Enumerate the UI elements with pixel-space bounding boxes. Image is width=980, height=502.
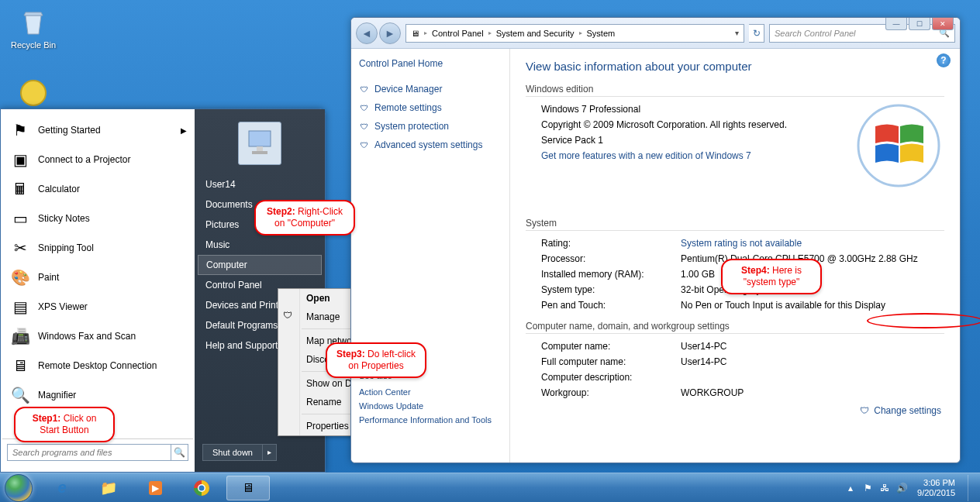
address-bar[interactable]: 🖥▸ Control Panel▸ System and Security▸ S… — [405, 24, 744, 43]
edition-name: Windows 7 Professional — [541, 104, 640, 115]
side-link[interactable]: 🛡Advanced system settings — [359, 136, 502, 154]
show-desktop-button[interactable] — [968, 475, 975, 501]
address-dropdown-icon[interactable]: ▾ — [730, 29, 744, 37]
features-link[interactable]: Get more features with a new edition of … — [541, 150, 751, 161]
recycle-bin[interactable]: Recycle Bin — [6, 6, 60, 50]
tray-clock[interactable]: 3:06 PM 9/20/2015 — [917, 478, 955, 497]
sidebar-home-link[interactable]: Control Panel Home — [359, 58, 502, 69]
media-icon: ▶ — [149, 481, 162, 495]
start-place-user14[interactable]: User14 — [195, 174, 325, 194]
see-also-link[interactable]: Performance Information and Tools — [359, 413, 502, 427]
task-media[interactable]: ▶ — [133, 476, 177, 500]
program-icon: 🖥 — [9, 354, 32, 377]
start-item[interactable]: 📠Windows Fax and Scan — [2, 321, 193, 351]
start-item[interactable]: ▤XPS Viewer — [2, 292, 193, 321]
ie-icon: e — [57, 479, 66, 497]
norton-icon[interactable] — [6, 77, 60, 112]
property-value: 1.00 GB — [681, 269, 715, 280]
sidebar: Control Panel Home 🛡Device Manager🛡Remot… — [351, 49, 510, 462]
task-chrome[interactable] — [180, 476, 223, 500]
edition-copyright: Copyright © 2009 Microsoft Corporation. … — [541, 119, 787, 130]
start-item[interactable]: ⚑Getting Started▶ — [2, 115, 193, 145]
svg-rect-1 — [249, 131, 271, 146]
program-icon: 🎨 — [9, 266, 32, 289]
start-search-input[interactable] — [7, 444, 171, 461]
shutdown-menu-button[interactable]: ▸ — [263, 444, 277, 461]
side-link-label: Remote settings — [374, 102, 442, 113]
tray-time: 3:06 PM — [917, 478, 955, 487]
start-item-label: Calculator — [38, 184, 80, 194]
breadcrumb-icon: 🖥 — [406, 29, 424, 38]
start-item-label: Windows Fax and Scan — [38, 331, 136, 342]
cpl-icon: 🖥 — [242, 481, 254, 495]
breadcrumb-item[interactable]: System — [582, 29, 620, 38]
callout-step4: Step4: Here is "system type" — [721, 259, 822, 294]
shield-icon: 🛡 — [359, 139, 370, 150]
system-window: — ☐ ✕ ◄ ► 🖥▸ Control Panel▸ System and S… — [350, 17, 961, 463]
program-icon: ✂ — [9, 236, 32, 260]
property-label: Workgroup: — [541, 387, 681, 398]
search-placeholder: Search Control Panel — [775, 29, 856, 38]
see-also-link[interactable]: Action Center — [359, 385, 502, 399]
task-explorer[interactable]: 📁 — [87, 476, 130, 500]
property-row: Workgroup:WORKGROUP — [526, 385, 944, 401]
minimize-button[interactable]: — — [885, 18, 907, 30]
maximize-button[interactable]: ☐ — [909, 18, 930, 30]
tray-up-icon[interactable]: ▴ — [844, 482, 857, 494]
systype-highlight — [867, 313, 980, 328]
property-label: Pen and Touch: — [541, 300, 681, 311]
system-tray: ▴ ⚑ 🖧 🔊 3:06 PM 9/20/2015 — [844, 475, 975, 501]
tray-flag-icon[interactable]: ⚑ — [861, 482, 874, 494]
side-link[interactable]: 🛡System protection — [359, 117, 502, 136]
start-item-label: XPS Viewer — [38, 301, 88, 312]
start-item-label: Snipping Tool — [38, 242, 94, 253]
start-item[interactable]: ▭Sticky Notes — [2, 204, 193, 233]
user-avatar[interactable] — [238, 122, 281, 165]
start-item[interactable]: 🎨Paint — [2, 263, 193, 292]
shutdown-group: Shut down ▸ — [202, 444, 317, 461]
callout-step1: Step1: Click on Start Button — [14, 407, 115, 442]
refresh-button[interactable]: ↻ — [749, 24, 764, 43]
side-link-label: System protection — [374, 121, 449, 132]
side-link[interactable]: 🛡Remote settings — [359, 98, 502, 117]
nav-forward-button[interactable]: ► — [379, 22, 401, 44]
breadcrumb-item[interactable]: Control Panel — [427, 29, 488, 38]
program-icon: 🖩 — [9, 177, 32, 201]
shutdown-button[interactable]: Shut down — [202, 444, 263, 461]
context-item-label: Manage — [306, 311, 340, 322]
start-place-computer[interactable]: Computer — [198, 255, 322, 275]
start-item[interactable]: ▣Connect to a Projector — [2, 145, 193, 174]
program-icon: ⚑ — [9, 119, 32, 142]
start-button[interactable] — [5, 474, 33, 502]
property-label: Rating: — [541, 238, 681, 249]
nav-back-button[interactable]: ◄ — [356, 22, 378, 44]
side-link[interactable]: 🛡Device Manager — [359, 80, 502, 98]
search-icon[interactable]: 🔍 — [171, 444, 188, 461]
property-label: Full computer name: — [541, 356, 681, 367]
task-ie[interactable]: e — [40, 476, 84, 500]
tray-volume-icon[interactable]: 🔊 — [895, 482, 908, 494]
start-item[interactable]: 🖥Remote Desktop Connection — [2, 351, 193, 380]
program-icon: ▭ — [9, 207, 32, 230]
close-button[interactable]: ✕ — [932, 18, 954, 30]
property-label: Installed memory (RAM): — [541, 269, 681, 280]
property-value[interactable]: System rating is not available — [681, 238, 802, 249]
program-icon: ▣ — [9, 148, 32, 171]
start-item[interactable]: 🔍Magnifier — [2, 380, 193, 410]
property-value: User14-PC — [681, 356, 726, 367]
start-item[interactable]: 🖩Calculator — [2, 174, 193, 204]
see-also-link[interactable]: Windows Update — [359, 399, 502, 413]
property-label: Processor: — [541, 253, 681, 264]
recycle-bin-label: Recycle Bin — [6, 40, 60, 50]
callout-step3: Step3: Do left-click on Properties — [326, 342, 426, 378]
help-icon[interactable]: ? — [937, 53, 951, 67]
start-place-music[interactable]: Music — [195, 235, 325, 255]
start-item[interactable]: ✂Snipping Tool — [2, 233, 193, 263]
task-control-panel[interactable]: 🖥 — [226, 476, 270, 500]
chrome-icon — [193, 480, 210, 497]
change-settings-link[interactable]: 🛡 Change settings — [860, 405, 941, 416]
tray-network-icon[interactable]: 🖧 — [878, 482, 891, 494]
window-controls: — ☐ ✕ — [885, 18, 954, 30]
program-icon: 📠 — [9, 325, 32, 348]
breadcrumb-item[interactable]: System and Security — [492, 29, 579, 38]
